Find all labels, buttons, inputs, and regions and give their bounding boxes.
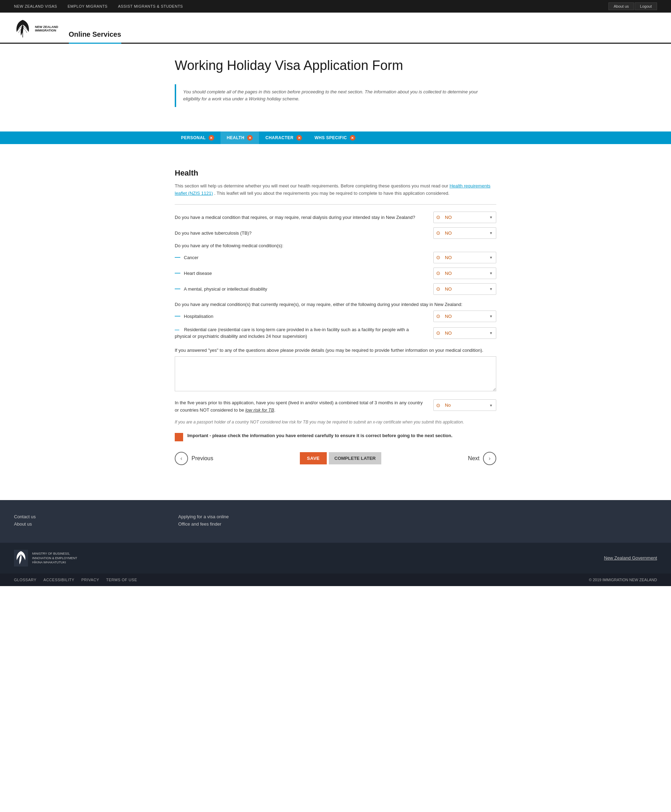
textarea-label: If you answered "yes" to any of the ques… bbox=[175, 347, 496, 354]
section-title: Health bbox=[175, 169, 496, 177]
tab-health-close[interactable]: ✕ bbox=[247, 135, 253, 141]
q4-group-label: Do you have any medical condition(s) tha… bbox=[175, 302, 496, 307]
footer-privacy[interactable]: PRIVACY bbox=[82, 578, 99, 582]
info-block: You should complete all of the pages in … bbox=[175, 84, 496, 107]
tabs-bar: PERSONAL ✕ HEALTH ✕ CHARACTER ✕ WHS SPEC… bbox=[0, 131, 671, 144]
q1-select[interactable]: NO YES bbox=[433, 212, 496, 223]
tab-character[interactable]: CHARACTER ✕ bbox=[259, 131, 308, 144]
footer-glossary[interactable]: GLOSSARY bbox=[14, 578, 36, 582]
tb-risk-label: In the five years prior to this applicat… bbox=[175, 399, 433, 414]
q4-group: Do you have any medical condition(s) tha… bbox=[175, 302, 496, 340]
nav-save-group: SAVE COMPLETE LATER bbox=[300, 452, 381, 464]
q2-select-wrapper: ⊙ NO YES ▼ bbox=[433, 227, 496, 239]
footer-terms[interactable]: TERMS OF USE bbox=[106, 578, 137, 582]
footer-main: Contact us About us Applying for a visa … bbox=[0, 500, 671, 543]
form-content: Health This section will help us determi… bbox=[168, 155, 503, 479]
q3-item-1-select[interactable]: NO YES bbox=[433, 252, 496, 263]
logo-area: NEW ZEALAND IMMIGRATION bbox=[14, 18, 58, 43]
q2-row: Do you have active tuberculosis (TB)? ⊙ … bbox=[175, 227, 496, 239]
top-navigation: NEW ZEALAND VISAS EMPLOY MIGRANTS ASSIST… bbox=[0, 0, 671, 13]
nav-employ-migrants[interactable]: EMPLOY MIGRANTS bbox=[68, 4, 107, 9]
next-circle-button[interactable]: › bbox=[483, 452, 496, 465]
site-header: NEW ZEALAND IMMIGRATION Online Services bbox=[0, 13, 671, 44]
footer-about-us[interactable]: About us bbox=[14, 521, 164, 527]
footer-applying-visa[interactable]: Applying for a visa online bbox=[178, 514, 329, 519]
footer-contact-us[interactable]: Contact us bbox=[14, 514, 164, 519]
page-title: Working Holiday Visa Application Form bbox=[175, 58, 496, 74]
q3-item-1-icon: ⊙ bbox=[436, 254, 440, 260]
previous-circle-button[interactable]: ‹ bbox=[175, 452, 188, 465]
q4-item-1-row: — Hospitalisation ⊙ NO YES ▼ bbox=[175, 310, 496, 322]
nav-previous-group: ‹ Previous bbox=[175, 452, 217, 465]
q3-item-2-arrow: ▼ bbox=[489, 271, 493, 275]
section-description: This section will help us determine whet… bbox=[175, 183, 496, 197]
next-label: Next bbox=[465, 455, 483, 462]
q1-row: Do you have a medical condition that req… bbox=[175, 212, 496, 223]
tabs-inner: PERSONAL ✕ HEALTH ✕ CHARACTER ✕ WHS SPEC… bbox=[168, 131, 503, 144]
previous-label: Previous bbox=[188, 455, 217, 462]
q3-item-3-label: — A mental, physical or intellectual dis… bbox=[175, 286, 433, 292]
q3-item-3-icon: ⊙ bbox=[436, 286, 440, 292]
q4-item-2-row: — Residential care (residential care is … bbox=[175, 326, 496, 340]
nzgov-logo: New Zealand Government bbox=[604, 555, 657, 561]
mbie-logo-text: MINISTRY OF BUSINESS, INNOVATION & EMPLO… bbox=[32, 551, 77, 565]
navigation-buttons: ‹ Previous SAVE COMPLETE LATER Next › bbox=[175, 452, 496, 465]
q2-label: Do you have active tuberculosis (TB)? bbox=[175, 230, 433, 237]
tab-character-close[interactable]: ✕ bbox=[296, 135, 302, 141]
tb-risk-arrow: ▼ bbox=[489, 403, 493, 407]
q1-select-wrapper: ⊙ NO YES ▼ bbox=[433, 212, 496, 223]
q3-group: Do you have any of the following medical… bbox=[175, 243, 496, 295]
save-button[interactable]: SAVE bbox=[300, 452, 326, 464]
nav-nz-visas[interactable]: NEW ZEALAND VISAS bbox=[14, 4, 57, 9]
mbie-logo-icon bbox=[14, 550, 28, 566]
logo-text: NEW ZEALAND IMMIGRATION bbox=[35, 25, 58, 32]
q1-label: Do you have a medical condition that req… bbox=[175, 214, 433, 221]
footer-bottom-links: GLOSSARY ACCESSIBILITY PRIVACY TERMS OF … bbox=[14, 578, 137, 582]
nav-assist-migrants[interactable]: ASSIST MIGRANTS & STUDENTS bbox=[118, 4, 183, 9]
footer-col-3 bbox=[342, 514, 493, 529]
tab-health-label: HEALTH bbox=[227, 135, 245, 140]
q4-item-1-label: — Hospitalisation bbox=[175, 313, 433, 319]
q3-item-3-select[interactable]: NO YES bbox=[433, 283, 496, 295]
tb-note: If you are a passport holder of a countr… bbox=[175, 419, 496, 425]
details-textarea[interactable] bbox=[175, 357, 496, 391]
about-us-button[interactable]: About us bbox=[608, 2, 634, 10]
q1-warning-icon: ⊙ bbox=[436, 214, 440, 220]
top-nav-links: NEW ZEALAND VISAS EMPLOY MIGRANTS ASSIST… bbox=[14, 4, 183, 9]
info-text: You should complete all of the pages in … bbox=[183, 89, 478, 102]
q3-item-3-arrow: ▼ bbox=[489, 287, 493, 291]
tab-personal-close[interactable]: ✕ bbox=[209, 135, 214, 141]
tab-whs-close[interactable]: ✕ bbox=[350, 135, 356, 141]
q3-item-2-select[interactable]: NO YES bbox=[433, 268, 496, 279]
tab-personal[interactable]: PERSONAL ✕ bbox=[175, 131, 221, 144]
q3-item-1-label: — Cancer bbox=[175, 254, 433, 261]
q4-item-1-dash: — bbox=[175, 313, 181, 319]
complete-later-button[interactable]: COMPLETE LATER bbox=[329, 452, 381, 464]
tb-risk-row: In the five years prior to this applicat… bbox=[175, 399, 496, 414]
q4-item-1-select[interactable]: NO YES bbox=[433, 310, 496, 322]
service-title: Online Services bbox=[69, 31, 121, 44]
tb-risk-select[interactable]: No Yes bbox=[433, 399, 496, 411]
footer-links-bar: GLOSSARY ACCESSIBILITY PRIVACY TERMS OF … bbox=[0, 573, 671, 586]
warning-text: Important - please check the information… bbox=[187, 432, 453, 439]
tab-whs-specific[interactable]: WHS SPECIFIC ✕ bbox=[308, 131, 362, 144]
tb-risk-italic: low risk for TB bbox=[245, 408, 274, 413]
q4-item-2-dash: — bbox=[175, 327, 179, 332]
footer-office-fees[interactable]: Office and fees finder bbox=[178, 521, 329, 527]
tab-health[interactable]: HEALTH ✕ bbox=[221, 131, 259, 144]
q3-item-3-select-wrapper: ⊙ NO YES ▼ bbox=[433, 283, 496, 295]
page-content: Working Holiday Visa Application Form Yo… bbox=[168, 44, 503, 131]
tab-personal-label: PERSONAL bbox=[181, 135, 206, 140]
q4-item-1-icon: ⊙ bbox=[436, 313, 440, 319]
footer-col-4 bbox=[507, 514, 657, 529]
footer-col-1: Contact us About us bbox=[14, 514, 164, 529]
q4-item-1-arrow: ▼ bbox=[489, 314, 493, 318]
footer-accessibility[interactable]: ACCESSIBILITY bbox=[43, 578, 74, 582]
q2-select[interactable]: NO YES bbox=[433, 227, 496, 239]
top-nav-actions: About us Logout bbox=[608, 2, 657, 10]
q4-item-2-select[interactable]: NO YES bbox=[433, 328, 496, 339]
footer-bottom-bar: MINISTRY OF BUSINESS, INNOVATION & EMPLO… bbox=[0, 543, 671, 573]
q4-item-2-icon: ⊙ bbox=[436, 330, 440, 336]
nz-fern-logo bbox=[14, 18, 31, 39]
logout-button[interactable]: Logout bbox=[635, 2, 657, 10]
